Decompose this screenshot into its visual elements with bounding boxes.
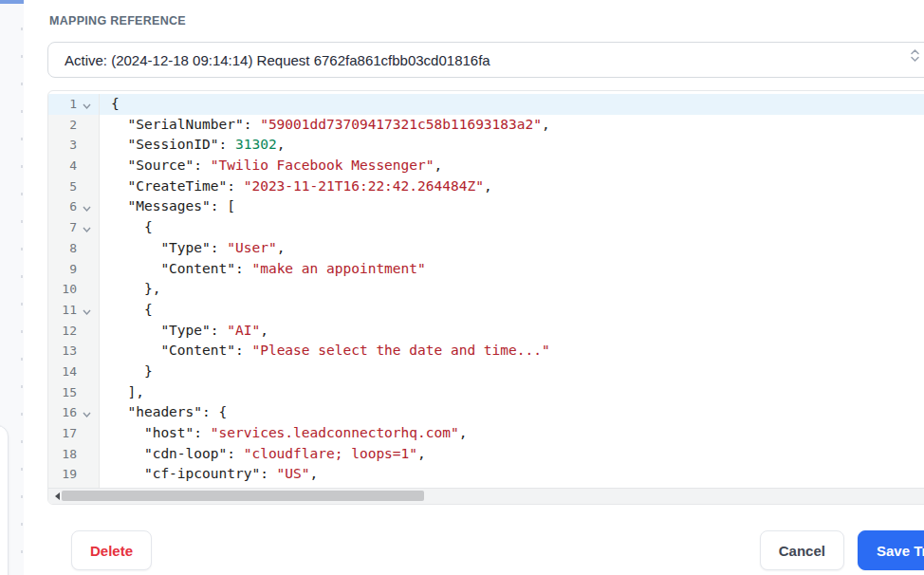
line-number-2: 2 — [48, 115, 100, 136]
code-line-9[interactable]: 9 "Content": "make an appointment" — [48, 259, 924, 280]
line-number-6: 6 — [48, 196, 100, 217]
fold-slot-empty — [77, 164, 96, 168]
canvas-card-corner — [0, 425, 9, 575]
line-number-14: 14 — [48, 362, 100, 382]
code-text[interactable]: "cdn-loop": "cloudflare; loops=1", — [100, 444, 924, 465]
cancel-button[interactable]: Cancel — [760, 530, 844, 570]
code-line-2[interactable]: 2 "SerialNumber": "59001dd73709417321c58… — [48, 115, 924, 136]
trigger-mapping-modal: MAPPING REFERENCE Active: (2024-12-18 09… — [24, 0, 924, 575]
code-line-11[interactable]: 11 { — [48, 300, 924, 321]
flow-canvas-background — [0, 0, 25, 575]
line-number-13: 13 — [48, 341, 100, 362]
line-number-16: 16 — [48, 402, 100, 423]
line-number-1: 1 — [48, 94, 100, 115]
code-line-8[interactable]: 8 "Type": "User", — [48, 238, 924, 259]
code-text[interactable]: "cf-ipcountry": "US", — [100, 464, 924, 485]
code-text[interactable]: "Messages": [ — [100, 196, 924, 217]
code-text[interactable]: } — [100, 362, 924, 382]
code-line-17[interactable]: 17 "host": "services.leadconnectorhq.com… — [48, 423, 924, 444]
code-text[interactable]: "CreateTime": "2023-11-21T16:22:42.26448… — [100, 176, 924, 197]
code-line-14[interactable]: 14 } — [48, 362, 924, 382]
fold-slot-empty — [77, 370, 96, 374]
line-number-18: 18 — [48, 444, 100, 465]
line-number-3: 3 — [48, 135, 100, 156]
code-line-13[interactable]: 13 "Content": "Please select the date an… — [48, 341, 924, 362]
footer-right-group: Cancel Save Trigger — [760, 530, 924, 570]
json-code-editor[interactable]: 1{2 "SerialNumber": "59001dd73709417321c… — [47, 90, 924, 505]
code-text[interactable]: "Content": "make an appointment" — [100, 259, 924, 280]
canvas-node-edge — [0, 0, 26, 4]
code-text[interactable]: "headers": { — [100, 402, 924, 423]
save-trigger-button[interactable]: Save Trigger — [858, 530, 924, 570]
fold-slot-empty — [77, 453, 96, 456]
code-text[interactable]: "Type": "User", — [100, 238, 924, 259]
line-number-5: 5 — [48, 176, 100, 197]
code-line-6[interactable]: 6 "Messages": [ — [48, 196, 924, 217]
line-number-4: 4 — [48, 156, 100, 176]
fold-slot-empty — [77, 328, 96, 332]
code-lines[interactable]: 1{2 "SerialNumber": "59001dd73709417321c… — [48, 91, 924, 493]
scrollbar-thumb[interactable] — [62, 491, 424, 501]
fold-slot-empty — [77, 432, 96, 436]
code-text[interactable]: { — [100, 217, 924, 238]
fold-slot-empty — [77, 143, 96, 147]
request-selector[interactable]: Active: (2024-12-18 09:14:14) Request 67… — [47, 42, 924, 78]
line-number-17: 17 — [48, 423, 100, 444]
code-text[interactable]: }, — [100, 279, 924, 300]
fold-slot-empty — [77, 288, 96, 291]
trigger-mapping-screen: { "colors": { "accent_blue": "#2b6cf3", … — [0, 0, 924, 575]
fold-slot-empty — [77, 473, 96, 476]
fold-toggle-icon[interactable] — [77, 407, 96, 418]
horizontal-scrollbar[interactable] — [48, 488, 924, 504]
request-selector-value: Active: (2024-12-18 09:14:14) Request 67… — [48, 52, 490, 68]
fold-slot-empty — [77, 123, 96, 127]
line-number-9: 9 — [48, 259, 100, 280]
fold-slot-empty — [77, 267, 96, 270]
line-number-8: 8 — [48, 238, 100, 259]
code-line-1[interactable]: 1{ — [48, 94, 924, 115]
line-number-7: 7 — [48, 217, 100, 238]
delete-button[interactable]: Delete — [71, 530, 152, 570]
fold-slot-empty — [77, 185, 96, 189]
mapping-reference-title: MAPPING REFERENCE — [49, 14, 186, 28]
code-line-3[interactable]: 3 "SessionID": 31302, — [48, 135, 924, 156]
code-line-12[interactable]: 12 "Type": "AI", — [48, 321, 924, 342]
line-number-11: 11 — [48, 300, 100, 321]
line-number-12: 12 — [48, 321, 100, 342]
code-line-18[interactable]: 18 "cdn-loop": "cloudflare; loops=1", — [48, 444, 924, 465]
fold-toggle-icon[interactable] — [77, 201, 96, 213]
code-text[interactable]: "Content": "Please select the date and t… — [100, 341, 924, 362]
code-line-5[interactable]: 5 "CreateTime": "2023-11-21T16:22:42.264… — [48, 176, 924, 197]
code-text[interactable]: { — [100, 94, 924, 115]
code-line-19[interactable]: 19 "cf-ipcountry": "US", — [48, 464, 924, 485]
code-text[interactable]: "host": "services.leadconnectorhq.com", — [100, 423, 924, 444]
code-line-7[interactable]: 7 { — [48, 217, 924, 238]
fold-toggle-icon[interactable] — [77, 305, 96, 316]
code-line-16[interactable]: 16 "headers": { — [48, 402, 924, 423]
code-text[interactable]: "SessionID": 31302, — [100, 135, 924, 156]
code-text[interactable]: { — [100, 300, 924, 321]
line-number-19: 19 — [48, 464, 100, 485]
code-line-15[interactable]: 15 ], — [48, 382, 924, 403]
fold-slot-empty — [77, 390, 96, 394]
code-text[interactable]: "SerialNumber": "59001dd73709417321c58b1… — [100, 115, 924, 136]
modal-footer: Delete Cancel Save Trigger — [71, 530, 924, 570]
fold-slot-empty — [77, 349, 96, 353]
code-line-4[interactable]: 4 "Source": "Twilio Facebook Messenger", — [48, 156, 924, 176]
code-text[interactable]: ], — [100, 382, 924, 403]
fold-slot-empty — [77, 247, 96, 250]
line-number-10: 10 — [48, 279, 100, 300]
select-carets-icon — [911, 49, 919, 62]
code-line-10[interactable]: 10 }, — [48, 279, 924, 300]
code-text[interactable]: "Source": "Twilio Facebook Messenger", — [100, 156, 924, 176]
fold-toggle-icon[interactable] — [77, 222, 96, 233]
line-number-15: 15 — [48, 382, 100, 403]
fold-toggle-icon[interactable] — [77, 99, 96, 110]
code-text[interactable]: "Type": "AI", — [100, 321, 924, 342]
